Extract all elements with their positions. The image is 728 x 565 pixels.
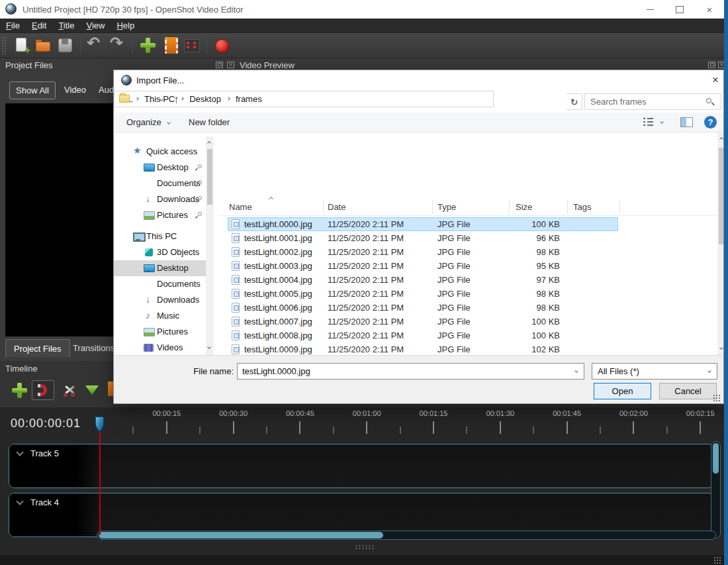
dialog-resize-grip[interactable]: [713, 394, 721, 402]
file-row[interactable]: testLight.0000.jpg11/25/2020 2:11 PMJPG …: [219, 217, 717, 231]
playhead-marker[interactable]: [94, 415, 106, 434]
dialog-close-button[interactable]: ×: [707, 72, 724, 89]
view-options-chevron-icon[interactable]: [660, 120, 664, 124]
sidebar-scrollbar[interactable]: [206, 136, 214, 355]
filter-video-button[interactable]: Video: [58, 81, 92, 98]
file-row[interactable]: testLight.0001.jpg11/25/2020 2:11 PMJPG …: [219, 231, 717, 245]
column-header-type[interactable]: Type: [437, 202, 456, 212]
menu-title[interactable]: Title: [52, 19, 80, 33]
breadcrumb-separator-icon[interactable]: [180, 97, 184, 101]
fullscreen-button[interactable]: [183, 36, 201, 54]
breadcrumb-segment[interactable]: frames: [232, 94, 266, 104]
float-panel-icon[interactable]: [216, 62, 223, 68]
filter-audio-button[interactable]: Audio: [93, 81, 113, 98]
breadcrumb-separator-icon[interactable]: [226, 97, 230, 101]
open-project-button[interactable]: [34, 36, 52, 54]
undo-button[interactable]: [87, 36, 105, 54]
sidebar-item-quick-access[interactable]: Quick access: [114, 144, 206, 160]
timeline-horizontal-scrollbar[interactable]: [97, 531, 716, 540]
sidebar-item-documents[interactable]: Documents: [114, 276, 206, 292]
export-video-button[interactable]: [213, 36, 231, 54]
scroll-up-icon[interactable]: [719, 137, 723, 141]
toolbar-grip-handle[interactable]: [1, 36, 7, 55]
help-icon[interactable]: ?: [704, 116, 717, 128]
menu-edit[interactable]: Edit: [26, 19, 52, 33]
breadcrumb-separator-icon[interactable]: [135, 97, 139, 101]
column-header-size[interactable]: Size: [516, 202, 532, 212]
file-row[interactable]: testLight.0008.jpg11/25/2020 2:11 PMJPG …: [219, 329, 717, 342]
file-row[interactable]: testLight.0005.jpg11/25/2020 2:11 PMJPG …: [219, 287, 717, 301]
new-project-button[interactable]: [13, 36, 30, 54]
file-name-combobox[interactable]: [237, 363, 584, 380]
cancel-button[interactable]: Cancel: [659, 383, 717, 399]
file-row[interactable]: testLight.0004.jpg11/25/2020 2:11 PMJPG …: [219, 273, 717, 287]
snapping-magnet-button[interactable]: [32, 380, 54, 400]
float-panel-icon[interactable]: [708, 62, 715, 68]
refresh-button[interactable]: ↻: [567, 93, 582, 110]
sidebar-item-downloads[interactable]: Downloads: [114, 191, 206, 207]
address-bar[interactable]: This PCDesktopframes: [114, 91, 494, 107]
breadcrumb-segment[interactable]: This PC: [140, 94, 179, 104]
sidebar-item-desktop[interactable]: Desktop: [114, 160, 206, 176]
column-header-tags[interactable]: Tags: [573, 202, 591, 212]
tab-transitions[interactable]: Transitions: [65, 339, 113, 357]
sidebar-item-3d-objects[interactable]: 3D Objects: [114, 244, 206, 260]
minimize-button[interactable]: [639, 0, 661, 19]
sidebar-scrollbar-thumb[interactable]: [207, 149, 212, 205]
search-input[interactable]: [590, 94, 709, 109]
timeline-ruler[interactable]: 00:00:1500:00:3000:00:4500:01:0000:01:15…: [0, 407, 724, 440]
tab-project-files[interactable]: Project Files: [5, 339, 70, 357]
menu-view[interactable]: View: [80, 19, 111, 33]
sidebar-item-documents[interactable]: Documents: [114, 176, 206, 191]
open-button[interactable]: Open: [594, 383, 651, 399]
menu-help[interactable]: Help: [111, 19, 140, 33]
scroll-down-icon[interactable]: [719, 346, 723, 350]
window-resize-grip[interactable]: [713, 556, 721, 564]
splitter-handle[interactable]: [355, 544, 375, 549]
file-row[interactable]: testLight.0007.jpg11/25/2020 2:11 PMJPG …: [219, 315, 717, 329]
razor-button[interactable]: [58, 380, 81, 400]
file-row[interactable]: testLight.0002.jpg11/25/2020 2:11 PMJPG …: [219, 245, 717, 259]
sidebar-item-music[interactable]: Music: [114, 308, 206, 324]
toolbar-separator: [132, 37, 133, 54]
column-header-name[interactable]: Name: [229, 202, 252, 212]
menu-file[interactable]: File: [0, 19, 26, 33]
change-view-icon[interactable]: [643, 118, 653, 127]
file-row[interactable]: testLight.0006.jpg11/25/2020 2:11 PMJPG …: [219, 301, 717, 315]
sidebar-item-desktop[interactable]: Desktop: [114, 260, 206, 276]
import-files-button[interactable]: [139, 36, 157, 54]
sidebar-item-videos[interactable]: Videos: [114, 340, 206, 355]
choose-profile-button[interactable]: [161, 36, 179, 54]
sidebar-item-pictures[interactable]: Pictures: [114, 207, 206, 223]
file-type-select[interactable]: All Files (*): [592, 363, 717, 380]
sidebar-item-this-pc[interactable]: This PC: [114, 229, 206, 244]
file-list-scrollbar-thumb[interactable]: [719, 148, 723, 244]
file-row[interactable]: testLight.0009.jpg11/25/2020 2:11 PMJPG …: [219, 342, 717, 355]
file-row[interactable]: testLight.0003.jpg11/25/2020 2:11 PMJPG …: [219, 259, 717, 273]
preview-pane-icon[interactable]: [680, 117, 693, 127]
file-name-input[interactable]: [242, 364, 567, 378]
search-box[interactable]: [584, 93, 721, 110]
sidebar-item-pictures[interactable]: Pictures: [114, 324, 206, 340]
scroll-down-icon[interactable]: [207, 345, 211, 349]
file-list-header: NameDateTypeSizeTags: [219, 199, 717, 216]
save-project-button[interactable]: [56, 36, 74, 54]
timeline-vertical-scrollbar[interactable]: [711, 441, 721, 539]
scroll-up-icon[interactable]: [207, 141, 211, 145]
new-folder-button[interactable]: New folder: [189, 117, 230, 127]
redo-button[interactable]: [109, 36, 126, 54]
filter-show-all-button[interactable]: Show All: [9, 81, 56, 99]
combo-chevron-icon[interactable]: [574, 369, 578, 373]
close-panel-icon[interactable]: ×: [227, 62, 234, 68]
sidebar-item-downloads[interactable]: Downloads: [114, 292, 206, 308]
vertical-scrollbar-thumb[interactable]: [713, 443, 719, 474]
maximize-button[interactable]: [668, 0, 691, 19]
breadcrumb-segment[interactable]: Desktop: [185, 94, 225, 104]
horizontal-scrollbar-thumb[interactable]: [99, 532, 383, 539]
organize-button[interactable]: Organize: [126, 117, 170, 127]
add-track-button[interactable]: [8, 380, 30, 400]
add-marker-button[interactable]: [81, 380, 103, 400]
file-list-scrollbar[interactable]: [717, 132, 723, 355]
column-header-date[interactable]: Date: [328, 202, 345, 212]
close-button[interactable]: ×: [698, 0, 721, 19]
